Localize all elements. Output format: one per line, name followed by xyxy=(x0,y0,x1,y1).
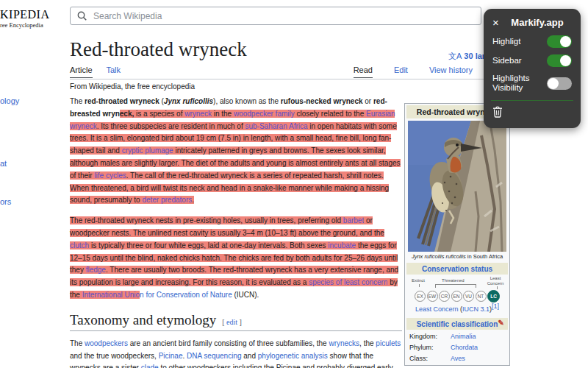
taxonomy-table: Kingdom:AnimaliaPhylum:ChordataClass:Ave… xyxy=(406,330,508,364)
scale-label-extinct: Extinct xyxy=(412,278,425,283)
toc-link-fragment[interactable]: ors xyxy=(0,197,11,206)
text-span: The xyxy=(70,97,85,105)
iucn-status-ex: EX xyxy=(415,291,426,302)
toggle-switch-sidebar[interactable] xyxy=(547,54,572,67)
image-caption: Jynx ruficollis ruficollis in South Afri… xyxy=(406,253,508,262)
toggle-switch-highligt[interactable] xyxy=(547,35,572,48)
text-link[interactable]: piculets xyxy=(376,339,401,347)
tab-read[interactable]: Read xyxy=(354,66,373,78)
text-link[interactable]: woodpeckers xyxy=(85,339,128,347)
text-span: are an ancient bird family consisting of… xyxy=(128,339,329,347)
trash-icon[interactable] xyxy=(492,106,504,121)
text-link[interactable]: fledge xyxy=(86,266,106,274)
popup-toggles: HighligtSidebarHighlights Visibility xyxy=(492,35,572,93)
article-subtitle: From Wikipedia, the free encyclopedia xyxy=(70,82,195,91)
text-span: closely related to the xyxy=(295,110,366,118)
text-link[interactable]: sub-Saharan Africa xyxy=(245,122,307,130)
text-link[interactable]: DNA sequencing xyxy=(187,352,242,360)
text-link[interactable]: phylogenetic analysis xyxy=(258,352,328,360)
tab-view-history[interactable]: View history xyxy=(429,66,473,78)
text-span: . Its three subspecies are resident in m… xyxy=(97,122,245,130)
tab-article[interactable]: Article xyxy=(70,66,93,78)
iucn-status-cr: CR xyxy=(439,291,450,302)
status-line: Least Concern (IUCN 3.1)[1] xyxy=(407,305,507,313)
text-span: The xyxy=(70,339,85,347)
search-bar[interactable] xyxy=(70,7,481,25)
reference-link[interactable]: [1] xyxy=(492,302,499,310)
taxonomy-row: Class:Aves xyxy=(406,353,508,364)
taxonomy-value-link[interactable]: Aves xyxy=(451,355,465,362)
text-link[interactable]: species of least concern xyxy=(309,278,387,286)
text-link[interactable]: International Unio xyxy=(82,291,140,299)
taxonomy-row: Kingdom:Animalia xyxy=(406,330,508,342)
text-link[interactable]: woodpecker family xyxy=(234,110,295,118)
text-link[interactable]: cryptic xyxy=(122,146,143,155)
text-span: The red-throated wryneck nests in pre-ex… xyxy=(70,216,343,224)
text-link[interactable]: clutch xyxy=(70,241,89,250)
toggle-knob xyxy=(560,55,571,66)
close-icon[interactable]: × xyxy=(492,16,507,29)
popup-toggle-row: Highlights Visibility xyxy=(492,74,572,93)
text-link[interactable]: wrynecks xyxy=(329,339,359,347)
section-heading: Taxonomy and etymology[ edit ] xyxy=(70,312,402,331)
bird-photo xyxy=(408,121,506,252)
species-infobox: Red-throated wryneck Jynx ruf xyxy=(404,103,510,366)
text-link[interactable]: wryneck xyxy=(184,110,212,118)
text-link[interactable]: plumage xyxy=(145,146,173,155)
text-span: . xyxy=(192,196,194,204)
iucn-status-vu: VU xyxy=(463,291,474,302)
text-span: and xyxy=(242,352,258,360)
iucn-status-lc: LC xyxy=(487,290,500,302)
scientific-classification-header[interactable]: Scientific classification ✎ xyxy=(406,318,508,330)
paragraph: The red-throated wryneck nests in pre-ex… xyxy=(70,215,402,302)
iucn-status-scale: Extinct Threatened Least Concern EXEWCRE… xyxy=(406,275,508,317)
search-input[interactable] xyxy=(92,10,433,22)
toggle-label: Highlights Visibility xyxy=(492,74,541,93)
text-link[interactable]: deter predators xyxy=(142,196,192,204)
scale-tick xyxy=(419,284,420,287)
popup-divider xyxy=(491,100,573,101)
iucn-status-nt: NT xyxy=(476,291,487,302)
text-span: and the true woodpeckers, xyxy=(70,352,159,360)
popup-toggle-row: Highligt xyxy=(492,35,572,48)
toggle-knob xyxy=(548,78,559,89)
text-span: red-throated wryneck xyxy=(85,97,159,105)
toggle-switch-highlights-visibility[interactable] xyxy=(547,77,572,90)
toggle-knob xyxy=(560,36,571,47)
text-span: ), also known as the xyxy=(213,97,281,105)
text-link[interactable]: incubate xyxy=(328,241,356,250)
page-title: Red-throated wryneck xyxy=(70,38,247,61)
toc-link-fragment[interactable]: ology xyxy=(0,96,19,105)
taxonomy-value-link[interactable]: Chordata xyxy=(451,344,478,351)
toggle-label: Sidebar xyxy=(492,56,522,66)
least-concern-link[interactable]: Least Concern xyxy=(415,305,459,313)
text-span: or xyxy=(363,97,373,105)
markify-popup: × Markify.app HighligtSidebarHighlights … xyxy=(484,9,581,128)
scale-brace xyxy=(435,284,476,288)
popup-toggle-row: Sidebar xyxy=(492,54,572,67)
text-link[interactable]: barbet xyxy=(343,216,364,224)
text-link[interactable]: life cycles xyxy=(94,171,126,180)
tab-talk[interactable]: Talk xyxy=(106,66,121,74)
taxonomy-value-link[interactable]: Animalia xyxy=(451,333,476,340)
wikipedia-logo[interactable]: KIPEDIA xyxy=(0,8,50,21)
text-span: is a species of xyxy=(134,110,184,118)
paragraph: The red-throated wryneck (Jynx ruficolli… xyxy=(70,96,402,207)
tab-edit[interactable]: Edit xyxy=(394,66,408,78)
edit-section-link[interactable]: [ edit ] xyxy=(222,318,242,326)
article-section-body: The woodpeckers are an ancient bird fami… xyxy=(70,338,402,368)
iucn-version-link[interactable]: IUCN 3.1 xyxy=(462,305,490,313)
taxonomy-row: Phylum:Chordata xyxy=(406,342,508,353)
text-link[interactable]: clade xyxy=(141,364,159,368)
search-icon xyxy=(77,11,87,21)
text-span: , the xyxy=(359,339,376,347)
text-span: rufous-necked wryneck xyxy=(281,97,363,105)
edit-pencil-icon[interactable]: ✎ xyxy=(498,319,504,327)
conservation-status-header[interactable]: Conservation status xyxy=(406,263,508,275)
text-link[interactable]: Picinae xyxy=(159,352,183,360)
text-span: in the xyxy=(212,110,234,118)
text-span: eck, xyxy=(120,110,134,118)
toc-link-fragment[interactable]: at xyxy=(0,159,7,168)
text-link[interactable]: n for Conservation of Nature xyxy=(140,291,232,299)
popup-title: Markify.app xyxy=(507,17,572,28)
